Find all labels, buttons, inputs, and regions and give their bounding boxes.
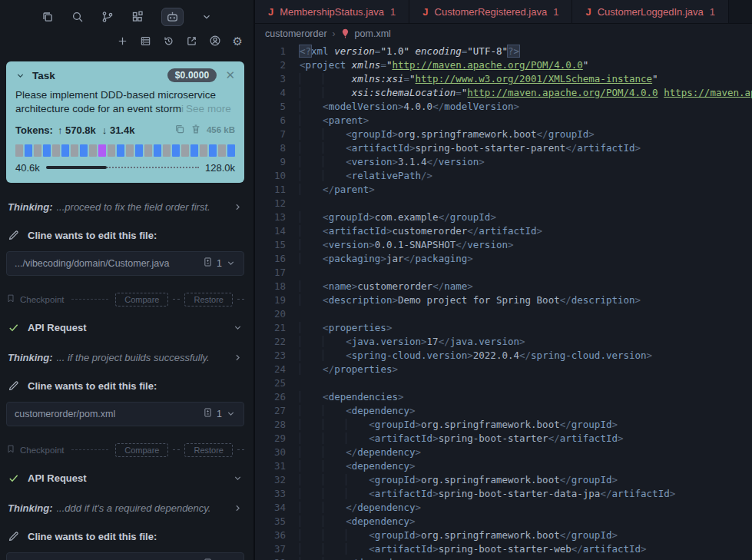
line-number: 17: [255, 266, 300, 280]
chevron-down-icon[interactable]: [226, 409, 236, 419]
task-collapse-chevron-icon[interactable]: [15, 71, 25, 81]
compare-button[interactable]: Compare: [115, 293, 168, 307]
file-card[interactable]: .../vibecoding/domain/Customer.java1: [6, 251, 244, 276]
code-line[interactable]: 33 <artifactId>spring-boot-starter-data-…: [255, 487, 752, 501]
chevron-down-icon[interactable]: [201, 12, 212, 22]
context-block-blue: [80, 144, 88, 157]
restore-button[interactable]: Restore: [184, 443, 233, 457]
history-icon[interactable]: [163, 35, 174, 47]
delete-task-icon[interactable]: [190, 124, 201, 137]
source-control-icon[interactable]: [101, 11, 114, 23]
check-icon: [8, 472, 19, 484]
code-line[interactable]: 18 <name>customerorder</name>: [255, 280, 752, 293]
cline-robot-icon[interactable]: [161, 8, 184, 26]
context-block-gray: [218, 144, 226, 157]
new-task-plus-icon[interactable]: [117, 35, 128, 47]
code-line[interactable]: 15 <version>0.0.1-SNAPSHOT</version>: [255, 238, 752, 252]
progress-max: 128.0k: [205, 162, 235, 174]
code-line[interactable]: 13 <groupId>com.example</groupId>: [255, 210, 752, 224]
code-line[interactable]: 8 <artifactId>spring-boot-starter-parent…: [255, 141, 752, 155]
mcp-server-icon[interactable]: [140, 35, 151, 47]
file-path[interactable]: customerorder/pom.xml: [15, 409, 203, 419]
code-line[interactable]: 29 <artifactId>spring-boot-starter</arti…: [255, 432, 752, 446]
line-number: 13: [255, 210, 300, 224]
code-line[interactable]: 24 </properties>: [255, 363, 752, 376]
thinking-row[interactable]: Thinking:... if the project builds succe…: [8, 352, 243, 363]
line-number: 35: [255, 515, 300, 529]
code-line[interactable]: 10 <relativePath/>: [255, 169, 752, 183]
code-line[interactable]: 6 <parent>: [255, 114, 752, 128]
code-line[interactable]: 7 <groupId>org.springframework.boot</gro…: [255, 128, 752, 141]
code-line[interactable]: 21 <properties>: [255, 321, 752, 335]
line-number: 21: [255, 321, 300, 335]
task-close-icon[interactable]: ✕: [225, 68, 235, 82]
tab-title: CustomerLoggedIn.java: [598, 6, 704, 18]
code-line[interactable]: 12: [255, 197, 752, 210]
breadcrumb-folder[interactable]: customerorder: [265, 28, 327, 39]
settings-gear-icon[interactable]: ⚙: [233, 35, 243, 47]
edit-file-header: Cline wants to edit this file:: [8, 380, 243, 392]
tab-badge: 1: [553, 6, 558, 18]
code-line[interactable]: 20: [255, 307, 752, 321]
code-line[interactable]: 4 xsi:schemaLocation="http://maven.apach…: [255, 86, 752, 100]
code-line[interactable]: 30 </dependency>: [255, 446, 752, 459]
editor-tab[interactable]: JCustomerLoggedIn.java1: [572, 0, 729, 23]
code-line[interactable]: 17: [255, 266, 752, 280]
code-line[interactable]: 37 <artifactId>spring-boot-starter-web</…: [255, 542, 752, 556]
code-line[interactable]: 2<project xmlns="http://maven.apache.org…: [255, 58, 752, 72]
edit-file-label: Cline wants to edit this file:: [28, 230, 157, 241]
thinking-row[interactable]: Thinking:...ddd if it's a required depen…: [8, 502, 243, 514]
copy-task-icon[interactable]: [174, 124, 185, 137]
code-line[interactable]: 14 <artifactId>customerorder</artifactId…: [255, 224, 752, 238]
breadcrumb[interactable]: customerorder › pom.xml: [255, 24, 752, 43]
file-path[interactable]: .../vibecoding/domain/Customer.java: [15, 258, 203, 269]
compare-button[interactable]: Compare: [115, 443, 168, 457]
code-line[interactable]: 19 <description>Demo project for Spring …: [255, 293, 752, 307]
file-card[interactable]: .../vibecoding/domain/Customer.java1: [6, 552, 244, 560]
code-line[interactable]: 22 <java.version>17</java.version>: [255, 335, 752, 349]
code-line[interactable]: 5 <modelVersion>4.0.0</modelVersion>: [255, 100, 752, 114]
thinking-row[interactable]: Thinking:...proceed to fix the field ord…: [8, 201, 243, 213]
context-block-blue: [209, 144, 217, 157]
progress-bar: [46, 166, 199, 169]
code-line[interactable]: 35 <dependency>: [255, 515, 752, 529]
code-line[interactable]: 25: [255, 376, 752, 390]
code-line[interactable]: 38 </dependency>: [255, 556, 752, 560]
code-line[interactable]: 11 </parent>: [255, 183, 752, 197]
code-line[interactable]: 28 <groupId>org.springframework.boot</gr…: [255, 418, 752, 432]
task-description[interactable]: Please implement DDD-based microservice …: [15, 88, 235, 116]
code-line[interactable]: 9 <version>3.1.4</version>: [255, 155, 752, 169]
code-line[interactable]: 16 <packaging>jar</packaging>: [255, 252, 752, 266]
search-icon[interactable]: [71, 11, 84, 23]
code-line[interactable]: 32 <groupId>org.springframework.boot</gr…: [255, 473, 752, 487]
code-line[interactable]: 1<?xml version="1.0" encoding="UTF-8"?>: [255, 45, 752, 58]
line-number: 29: [255, 432, 300, 446]
code-line[interactable]: 36 <groupId>org.springframework.boot</gr…: [255, 529, 752, 542]
api-request-row[interactable]: API Request: [8, 322, 243, 333]
open-external-icon[interactable]: [186, 35, 197, 47]
restore-button[interactable]: Restore: [184, 293, 233, 307]
see-more-link[interactable]: See more: [186, 103, 231, 114]
context-block-gray: [15, 144, 23, 157]
code-line[interactable]: 3 xmlns:xsi="http://www.w3.org/2001/XMLS…: [255, 72, 752, 86]
code-area[interactable]: 1<?xml version="1.0" encoding="UTF-8"?>2…: [255, 43, 752, 560]
extensions-icon[interactable]: [131, 11, 144, 23]
breadcrumb-file[interactable]: pom.xml: [355, 28, 391, 39]
code-line[interactable]: 26 <dependencies>: [255, 390, 752, 404]
api-request-row[interactable]: API Request: [8, 472, 243, 484]
editor-tab[interactable]: JMembershipStatus.java1: [255, 0, 409, 23]
editor-tab[interactable]: JCustomerRegistered.java1: [409, 0, 572, 23]
code-line[interactable]: 23 <spring-cloud.version>2022.0.4</sprin…: [255, 349, 752, 363]
code-line[interactable]: 31 <dependency>: [255, 459, 752, 473]
copy-icon[interactable]: [41, 11, 54, 23]
tokens-up: ↑ 570.8k: [58, 124, 96, 136]
account-icon[interactable]: [209, 35, 221, 47]
checkpoint-row: CheckpointCompareRestore: [6, 443, 244, 457]
chevron-down-icon[interactable]: [226, 258, 236, 268]
file-card[interactable]: customerorder/pom.xml1: [6, 402, 244, 426]
code-line[interactable]: 27 <dependency>: [255, 404, 752, 418]
activity-toolbar: [0, 0, 253, 29]
line-number: 33: [255, 487, 300, 501]
code-line[interactable]: 34 </dependency>: [255, 501, 752, 515]
checkpoint-divider: [71, 299, 109, 300]
